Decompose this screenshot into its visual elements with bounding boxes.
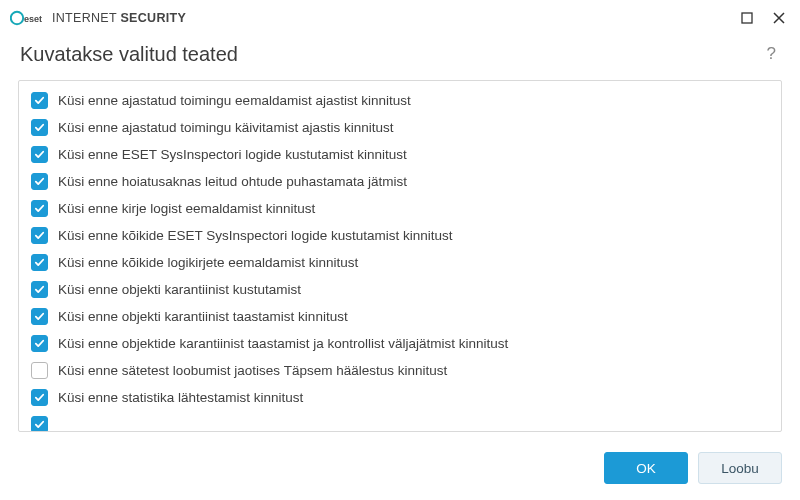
list-item-label: Küsi enne ajastatud toimingu eemaldamist… [58,93,411,108]
list-item-label: Küsi enne ajastatud toimingu käivitamist… [58,120,393,135]
checkbox-checked-icon[interactable] [31,146,48,163]
checkbox-checked-icon[interactable] [31,119,48,136]
list-item-label: Küsi enne sätetest loobumist jaotises Tä… [58,363,447,378]
list-item[interactable]: Küsi enne ESET SysInspectori logide kust… [27,141,777,168]
footer: OK Loobu [0,438,800,500]
list-item[interactable]: Küsi enne kõikide logikirjete eemaldamis… [27,249,777,276]
checkbox-checked-icon[interactable] [31,281,48,298]
list-item[interactable] [27,411,777,431]
checkbox-checked-icon[interactable] [31,173,48,190]
ok-button[interactable]: OK [604,452,688,484]
list-item[interactable]: Küsi enne statistika lähtestamist kinnit… [27,384,777,411]
list-item-label: Küsi enne objekti karantiinist kustutami… [58,282,301,297]
list-item-label: Küsi enne kirje logist eemaldamist kinni… [58,201,315,216]
checkbox-list[interactable]: Küsi enne ajastatud toimingu eemaldamist… [19,81,781,431]
help-icon[interactable]: ? [763,42,780,66]
page-title: Kuvatakse valitud teated [20,43,238,66]
list-item[interactable]: Küsi enne kirje logist eemaldamist kinni… [27,195,777,222]
checkbox-checked-icon[interactable] [31,416,48,431]
checkbox-checked-icon[interactable] [31,389,48,406]
list-item[interactable]: Küsi enne objektide karantiinist taastam… [27,330,777,357]
list-item-label: Küsi enne hoiatusaknas leitud ohtude puh… [58,174,407,189]
brand-text: INTERNET SECURITY [52,11,186,25]
list-item-label: Küsi enne kõikide logikirjete eemaldamis… [58,255,358,270]
checkbox-checked-icon[interactable] [31,200,48,217]
maximize-icon[interactable] [740,11,754,25]
window-controls [740,11,790,25]
svg-text:eset: eset [24,14,42,24]
checkbox-checked-icon[interactable] [31,254,48,271]
list-item-label: Küsi enne statistika lähtestamist kinnit… [58,390,303,405]
close-icon[interactable] [772,11,786,25]
list-item[interactable]: Küsi enne ajastatud toimingu eemaldamist… [27,87,777,114]
list-item[interactable]: Küsi enne objekti karantiinist kustutami… [27,276,777,303]
cancel-button[interactable]: Loobu [698,452,782,484]
titlebar: eset INTERNET SECURITY [0,0,800,36]
brand-text-light: INTERNET [52,11,117,25]
checkbox-list-container: Küsi enne ajastatud toimingu eemaldamist… [18,80,782,432]
checkbox-unchecked-icon[interactable] [31,362,48,379]
checkbox-checked-icon[interactable] [31,227,48,244]
eset-logo: eset [10,9,44,27]
checkbox-checked-icon[interactable] [31,335,48,352]
svg-point-0 [11,12,23,24]
brand-text-strong: SECURITY [120,11,186,25]
list-item[interactable]: Küsi enne sätetest loobumist jaotises Tä… [27,357,777,384]
list-item-label: Küsi enne ESET SysInspectori logide kust… [58,147,407,162]
list-item[interactable]: Küsi enne hoiatusaknas leitud ohtude puh… [27,168,777,195]
checkbox-checked-icon[interactable] [31,92,48,109]
list-item-label: Küsi enne objekti karantiinist taastamis… [58,309,348,324]
checkbox-checked-icon[interactable] [31,308,48,325]
svg-rect-2 [742,13,752,23]
list-item-label: Küsi enne kõikide ESET SysInspectori log… [58,228,452,243]
list-item-label: Küsi enne objektide karantiinist taastam… [58,336,508,351]
heading-row: Kuvatakse valitud teated ? [0,36,800,80]
list-item[interactable]: Küsi enne ajastatud toimingu käivitamist… [27,114,777,141]
list-item[interactable]: Küsi enne objekti karantiinist taastamis… [27,303,777,330]
list-item[interactable]: Küsi enne kõikide ESET SysInspectori log… [27,222,777,249]
